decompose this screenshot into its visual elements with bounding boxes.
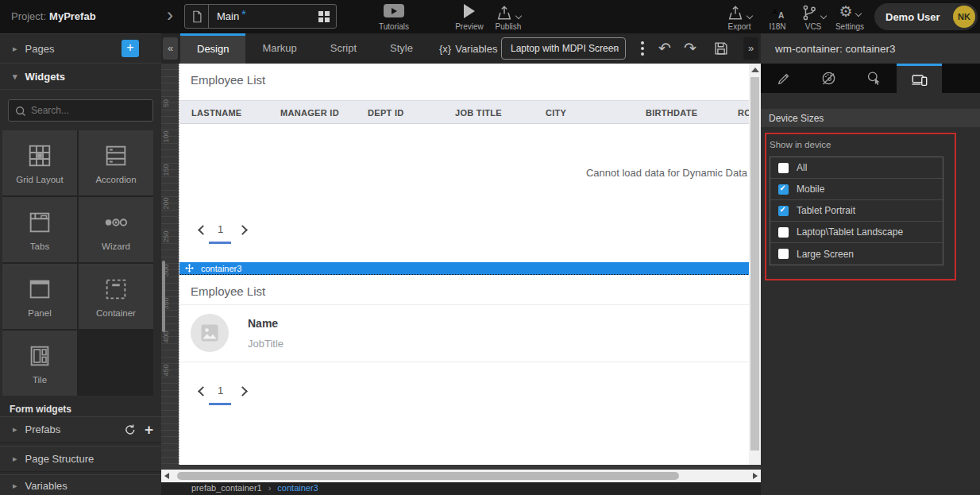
project-name: MyPrefab: [49, 10, 96, 22]
next-page-button[interactable]: [237, 225, 248, 235]
horizontal-scrollbar-thumb[interactable]: [177, 472, 679, 480]
tutorials-button[interactable]: Tutorials: [372, 4, 416, 31]
publish-icon: [496, 4, 513, 21]
sidebar-item-pages[interactable]: ▸ Pages +: [0, 34, 161, 64]
page-number[interactable]: 1: [218, 385, 223, 396]
column-header: LASTNAME: [191, 108, 242, 118]
widget-container[interactable]: Container: [79, 264, 153, 329]
tab-script[interactable]: Script: [314, 33, 373, 64]
collapse-right-panel-button[interactable]: »: [743, 37, 758, 60]
next-page-button[interactable]: [237, 386, 248, 396]
page-tab-main[interactable]: Main *: [184, 4, 337, 29]
settings-button[interactable]: ⚙ Settings: [829, 4, 870, 31]
panel-icon: [26, 276, 53, 303]
checkbox[interactable]: [778, 227, 789, 238]
sidebar-item-variables[interactable]: ▸ Variables: [0, 474, 161, 495]
user-menu[interactable]: Demo User NK: [874, 3, 978, 30]
vertical-scrollbar-thumb[interactable]: [750, 77, 759, 451]
checkbox[interactable]: [778, 163, 789, 173]
avatar: NK: [953, 6, 975, 28]
column-header: MANAGER ID: [280, 108, 339, 118]
device-select[interactable]: Laptop with MDPI Screen: [501, 37, 626, 60]
i18n-button[interactable]: A I18N: [760, 4, 795, 31]
widget-tabs[interactable]: Tabs: [2, 197, 77, 262]
top-bar: Project:MyPrefab › Main * Tutorials Prev…: [0, 0, 980, 33]
sidebar-item-prefabs[interactable]: ▸ Prefabs +: [0, 416, 161, 443]
checkbox[interactable]: [778, 184, 789, 195]
refresh-icon[interactable]: [124, 423, 137, 436]
export-icon: [727, 4, 744, 21]
active-page-underline: [209, 403, 231, 405]
breadcrumb-parent[interactable]: prefab_container1: [191, 482, 262, 494]
checkbox-row-all[interactable]: All: [770, 157, 943, 179]
page-tab-label: Main: [217, 10, 239, 22]
arrow-right-icon: ▸: [13, 424, 17, 435]
design-toolbar: « Design Markup Script Style {x} Variabl…: [161, 33, 761, 64]
column-header: CITY: [546, 108, 566, 118]
prev-page-button[interactable]: [198, 225, 208, 235]
widget-accordion[interactable]: Accordion: [79, 130, 153, 195]
add-page-button[interactable]: +: [122, 40, 139, 57]
wavemaker-studio: Project:MyPrefab › Main * Tutorials Prev…: [0, 0, 980, 495]
page-number[interactable]: 1: [218, 223, 223, 235]
tab-design[interactable]: Design: [180, 33, 245, 64]
svg-text:A: A: [778, 11, 785, 20]
checkbox-row-laptop-tablet-landscape[interactable]: Laptop\Tablet Landscape: [770, 222, 943, 243]
widget-tile[interactable]: Tile: [2, 331, 77, 396]
pages-grid-icon[interactable]: [318, 11, 330, 22]
more-options-button[interactable]: [638, 40, 647, 57]
prev-page-button[interactable]: [198, 386, 208, 396]
tab-style[interactable]: Style: [373, 33, 430, 64]
tab-markup[interactable]: Markup: [245, 33, 313, 64]
tab-events[interactable]: [851, 64, 897, 93]
cursor-magnifier-icon: [866, 70, 882, 87]
preview-button[interactable]: Preview: [449, 4, 489, 31]
list-title[interactable]: Employee List: [191, 284, 265, 298]
data-table-title[interactable]: Employee List: [191, 73, 265, 87]
tab-styles[interactable]: [806, 64, 851, 93]
tab-devices[interactable]: [897, 64, 942, 93]
tab-properties[interactable]: [761, 64, 806, 93]
chevron-down-icon: [820, 13, 827, 19]
breadcrumb-current[interactable]: container3: [277, 482, 318, 494]
save-button[interactable]: [712, 40, 730, 57]
collapse-sidebar-button[interactable]: «: [163, 37, 178, 60]
variables-dropdown[interactable]: {x} Variables: [439, 33, 509, 64]
sidebar-item-page-structure[interactable]: ▸ Page Structure: [0, 446, 161, 472]
data-table-header[interactable]: LASTNAME MANAGER ID DEPT ID JOB TITLE CI…: [179, 100, 749, 124]
column-header: RO: [738, 108, 749, 118]
list-item[interactable]: Name JobTitle: [179, 304, 749, 362]
widget-grid-layout[interactable]: Grid Layout: [2, 130, 77, 195]
scroll-right-arrow[interactable]: [753, 473, 758, 479]
vcs-button[interactable]: VCS: [795, 4, 831, 31]
export-button[interactable]: Export: [719, 4, 760, 31]
scroll-up-arrow[interactable]: [751, 68, 759, 72]
checkbox[interactable]: [778, 206, 789, 216]
checkbox-row-mobile[interactable]: Mobile: [770, 179, 943, 200]
checkbox-row-tablet-portrait[interactable]: Tablet Portrait: [770, 200, 943, 222]
undo-button[interactable]: ↶: [658, 39, 671, 57]
ruler-scrollbar-thumb[interactable]: [162, 261, 165, 332]
left-sidebar: ▸ Pages + ▾ Widgets Grid Layout Accordio…: [0, 33, 161, 495]
vertical-scrollbar[interactable]: [749, 64, 761, 465]
search-input[interactable]: [8, 99, 153, 122]
checkbox[interactable]: [778, 249, 789, 259]
scroll-left-arrow[interactable]: [164, 473, 169, 479]
vertical-ruler: 50 100 150 200 250 300 350 400 450: [161, 64, 179, 470]
chevron-down-icon: [855, 10, 861, 17]
tutorials-icon: [384, 4, 404, 17]
add-prefab-button[interactable]: +: [145, 423, 153, 437]
selected-widget-label: container3: [201, 264, 241, 273]
checkbox-row-large-screen[interactable]: Large Screen: [770, 243, 943, 265]
widget-panel[interactable]: Panel: [2, 264, 77, 329]
arrow-down-icon: ▾: [13, 72, 17, 82]
publish-button[interactable]: Publish: [486, 4, 531, 31]
sidebar-item-widgets[interactable]: ▾ Widgets: [0, 64, 161, 90]
horizontal-scrollbar[interactable]: [161, 470, 761, 482]
grid-layout-icon: [26, 142, 53, 169]
widget-wizard[interactable]: Wizard: [79, 197, 153, 262]
selected-widget-bar-container3[interactable]: container3: [179, 262, 749, 275]
redo-button[interactable]: ↷: [684, 39, 696, 57]
list-item-name: Name: [248, 317, 278, 330]
palette-icon: [820, 70, 837, 87]
